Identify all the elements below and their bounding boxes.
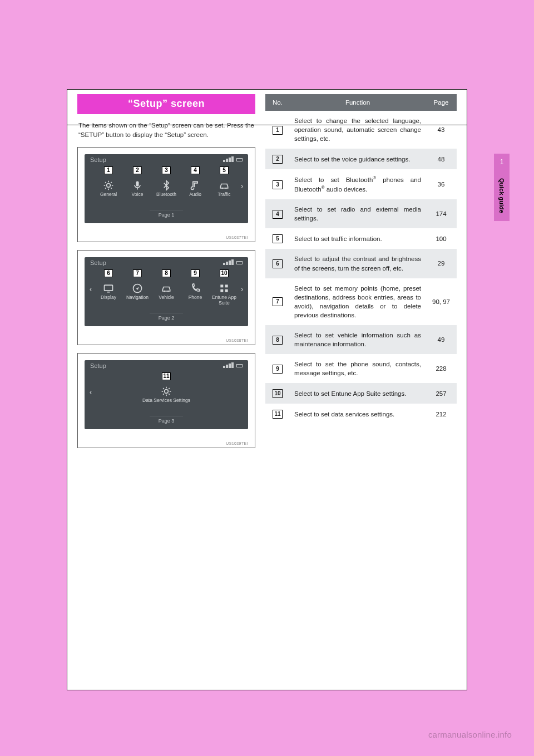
cell-no: 7 [265, 278, 290, 325]
cell-page: 212 [426, 404, 457, 424]
left-column: “Setup” screen The items shown on the “S… [77, 90, 255, 690]
apps-icon [210, 282, 238, 295]
svg-rect-11 [225, 289, 228, 292]
pager-label: Page 3 [150, 416, 183, 424]
infotainment-title: Setup [90, 156, 106, 163]
table-row: 11Select to set data services settings.2… [265, 404, 457, 424]
cell-no: 8 [265, 325, 290, 354]
cell-page: 90, 97 [426, 278, 457, 325]
table-header-function: Function [290, 94, 426, 111]
callout-badge: 9 [191, 269, 200, 277]
top-rule [67, 125, 467, 125]
setup-tile[interactable]: 1General [95, 166, 122, 198]
setup-tile[interactable]: 5Traffic [210, 166, 238, 198]
manual-page: “Setup” screen The items shown on the “S… [67, 89, 467, 690]
svg-point-12 [165, 390, 169, 394]
cell-page: 174 [426, 199, 457, 228]
table-row: 1Select to change the selected language,… [265, 111, 457, 149]
table-row: 4Select to set radio and external media … [265, 199, 457, 228]
chevron-right-icon[interactable]: › [238, 166, 246, 205]
cell-page: 100 [426, 228, 457, 249]
callout-badge: 4 [191, 166, 200, 174]
infotainment-items: 1General2Voice3Bluetooth4Audio5Traffic [95, 166, 238, 198]
infotainment-screen: Setup1General2Voice3Bluetooth4Audio5Traf… [85, 154, 248, 223]
right-column: No. Function Page 1Select to change the … [265, 90, 457, 690]
infotainment-screen: Setup‹6Display7Navigation8Vehicle9Phone1… [85, 257, 248, 326]
cell-page: 43 [426, 111, 457, 149]
svg-point-3 [225, 188, 227, 189]
setup-tile[interactable]: 3Bluetooth [152, 166, 180, 198]
screenshot-caption: US1038TEI [85, 338, 248, 342]
callout-badge: 11 [162, 372, 171, 380]
status-icons [222, 362, 243, 369]
section-number: 1 [494, 154, 510, 170]
mic-icon [123, 179, 151, 192]
infotainment-items: 6Display7Navigation8Vehicle9Phone10Entun… [95, 269, 238, 307]
cell-page: 36 [426, 169, 457, 199]
gear-icon [95, 385, 238, 398]
setup-tile[interactable]: 10Entune App Suite [210, 269, 238, 307]
setup-tile[interactable]: 11Data Services Settings [95, 372, 238, 404]
chevron-left-icon[interactable]: ‹ [87, 372, 95, 411]
cell-no: 5 [265, 228, 290, 249]
chevron-right-icon [238, 372, 246, 411]
intro-paragraph: The items shown on the “Setup” screen ca… [78, 121, 254, 139]
cell-page: 48 [426, 149, 457, 169]
callout-badge: 10 [220, 269, 229, 277]
number-badge: 10 [273, 389, 283, 398]
setup-tile[interactable]: 2Voice [123, 166, 151, 198]
cell-function: Select to set Entune App Suite settings. [290, 383, 426, 404]
number-badge: 11 [273, 410, 283, 419]
table-row: 3Select to set Bluetooth® phones and Blu… [265, 169, 457, 199]
table-header-page: Page [426, 94, 457, 111]
number-badge: 4 [273, 210, 283, 219]
setup-tile[interactable]: 8Vehicle [152, 269, 180, 307]
gear-icon [95, 179, 122, 192]
cell-no: 10 [265, 383, 290, 404]
setup-tile-label: Display [95, 295, 122, 300]
callout-badge: 7 [133, 269, 142, 277]
cell-no: 9 [265, 354, 290, 383]
setup-tile-label: Audio [181, 192, 209, 197]
cell-page: 49 [426, 325, 457, 354]
table-header-no: No. [265, 94, 290, 111]
infotainment-row: 1General2Voice3Bluetooth4Audio5Traffic› [85, 165, 248, 205]
setup-tile-label: Traffic [210, 192, 238, 197]
car-icon [210, 179, 238, 192]
cell-no: 3 [265, 169, 290, 199]
infotainment-title: Setup [90, 259, 106, 266]
number-badge: 7 [273, 297, 283, 306]
setup-tile[interactable]: 4Audio [181, 166, 209, 198]
setup-tile-label: Data Services Settings [95, 398, 238, 403]
setup-tile-label: Navigation [123, 295, 151, 300]
number-badge: 1 [273, 126, 283, 135]
setup-tile-label: General [95, 192, 122, 197]
chevron-left-icon[interactable]: ‹ [87, 269, 95, 308]
setup-tile[interactable]: 9Phone [181, 269, 209, 307]
number-badge: 3 [273, 180, 283, 189]
number-badge: 8 [273, 336, 283, 345]
note-icon [181, 179, 209, 192]
setup-tile[interactable]: 7Navigation [123, 269, 151, 307]
screenshot-caption: US1039TEI [85, 441, 248, 445]
setup-tile[interactable]: 6Display [95, 269, 122, 307]
screenshot-frame: Setup1General2Voice3Bluetooth4Audio5Traf… [77, 147, 255, 242]
setup-tile-label: Phone [181, 295, 209, 300]
function-table: No. Function Page 1Select to change the … [265, 94, 457, 424]
svg-rect-9 [225, 285, 228, 288]
callout-badge: 2 [133, 166, 142, 174]
pager-label: Page 2 [150, 313, 183, 321]
chevron-right-icon[interactable]: › [238, 269, 246, 308]
table-row: 7Select to set memory points (home, pres… [265, 278, 457, 325]
callout-badge: 6 [104, 269, 113, 277]
section-label: Quick guide [498, 170, 505, 221]
infotainment-items: 11Data Services Settings [95, 372, 238, 404]
svg-point-7 [167, 291, 169, 292]
callout-badge: 5 [220, 166, 229, 174]
callout-badge: 1 [104, 166, 113, 174]
table-row: 9Select to set the phone sound, contacts… [265, 354, 457, 383]
setup-tile-label: Voice [123, 192, 151, 197]
callout-badge: 3 [162, 166, 171, 174]
bluetooth-icon [152, 179, 180, 192]
callout-badge: 8 [162, 269, 171, 277]
